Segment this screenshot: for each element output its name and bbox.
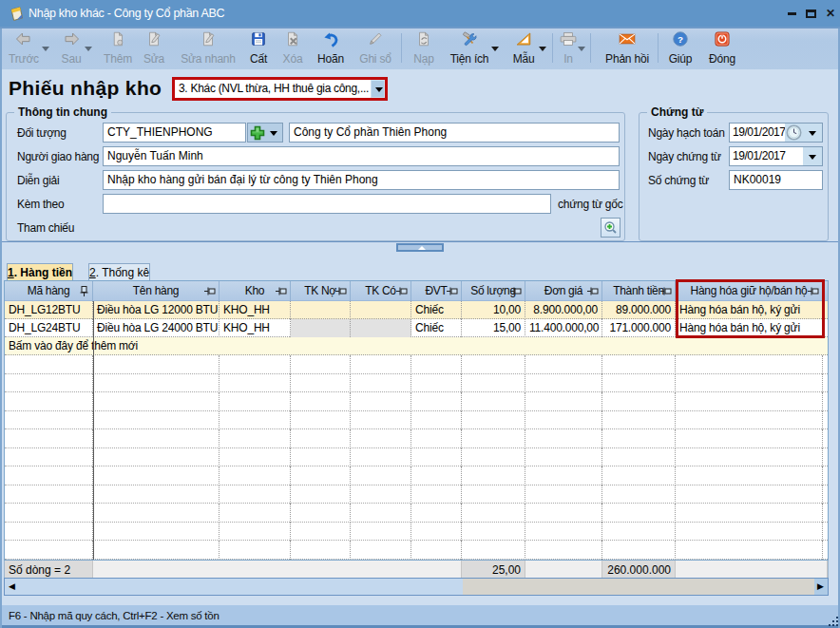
svg-text:?: ?	[678, 34, 683, 45]
